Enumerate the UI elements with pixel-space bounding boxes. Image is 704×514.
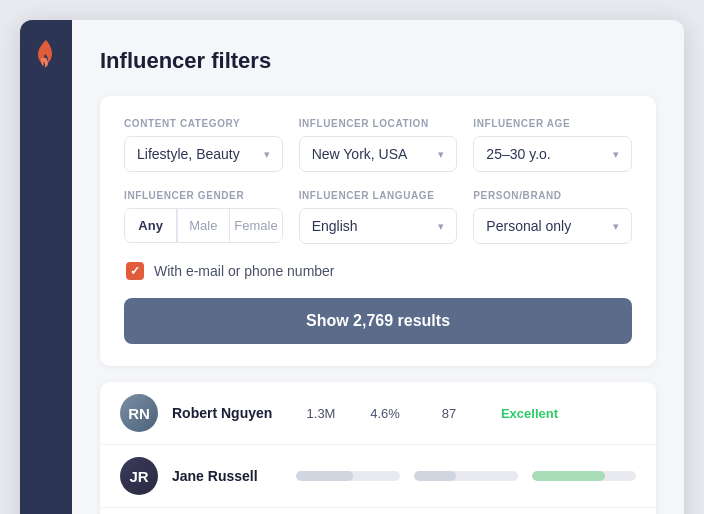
result-name: Jane Russell xyxy=(172,468,282,484)
result-bar-fill xyxy=(532,471,605,481)
result-bar-fill xyxy=(296,471,353,481)
person-brand-chevron-icon: ▾ xyxy=(613,220,619,233)
results-section: RN Robert Nguyen 1.3M 4.6% 87 Excellent … xyxy=(100,382,656,514)
content-category-value: Lifestyle, Beauty xyxy=(137,146,240,162)
language-label: INFLUENCER LANGUAGE xyxy=(299,190,458,201)
checkmark-icon: ✓ xyxy=(130,265,140,277)
filter-group-content-category: CONTENT CATEGORY Lifestyle, Beauty ▾ xyxy=(124,118,283,172)
checkbox-row: ✓ With e-mail or phone number xyxy=(124,262,632,280)
page-title: Influencer filters xyxy=(100,48,656,74)
result-engagement: 4.6% xyxy=(360,406,410,421)
result-badge: Excellent xyxy=(488,406,558,421)
filter-group-gender: INFLUENCER GENDER Any Male Female xyxy=(124,190,283,244)
age-chevron-icon: ▾ xyxy=(613,148,619,161)
result-score: 87 xyxy=(424,406,474,421)
checkbox-label: With e-mail or phone number xyxy=(154,263,335,279)
age-value: 25–30 y.o. xyxy=(486,146,550,162)
location-label: INFLUENCER LOCATION xyxy=(299,118,458,129)
sidebar xyxy=(20,20,72,514)
person-brand-value: Personal only xyxy=(486,218,571,234)
content-category-chevron-icon: ▾ xyxy=(264,148,270,161)
result-bar-score xyxy=(532,471,636,481)
gender-male-button[interactable]: Male xyxy=(178,209,229,242)
result-bar-engagement xyxy=(414,471,518,481)
result-name: Robert Nguyen xyxy=(172,405,282,421)
app-container: Influencer filters CONTENT CATEGORY Life… xyxy=(20,20,684,514)
person-brand-label: PERSON/BRAND xyxy=(473,190,632,201)
filter-group-language: INFLUENCER LANGUAGE English ▾ xyxy=(299,190,458,244)
result-followers: 1.3M xyxy=(296,406,346,421)
language-value: English xyxy=(312,218,358,234)
gender-label: INFLUENCER GENDER xyxy=(124,190,283,201)
filter-group-age: INFLUENCER AGE 25–30 y.o. ▾ xyxy=(473,118,632,172)
show-results-button[interactable]: Show 2,769 results xyxy=(124,298,632,344)
filter-group-location: INFLUENCER LOCATION New York, USA ▾ xyxy=(299,118,458,172)
filter-card: CONTENT CATEGORY Lifestyle, Beauty ▾ INF… xyxy=(100,96,656,366)
result-bar-followers xyxy=(296,471,400,481)
person-brand-select[interactable]: Personal only ▾ xyxy=(473,208,632,244)
location-value: New York, USA xyxy=(312,146,408,162)
filter-row-2: INFLUENCER GENDER Any Male Female INFLUE… xyxy=(124,190,632,244)
table-row: BP Brooklyn Pena xyxy=(100,508,656,514)
filter-group-person-brand: PERSON/BRAND Personal only ▾ xyxy=(473,190,632,244)
age-select[interactable]: 25–30 y.o. ▾ xyxy=(473,136,632,172)
filter-row-1: CONTENT CATEGORY Lifestyle, Beauty ▾ INF… xyxy=(124,118,632,172)
main-content: Influencer filters CONTENT CATEGORY Life… xyxy=(72,20,684,514)
content-category-select[interactable]: Lifestyle, Beauty ▾ xyxy=(124,136,283,172)
language-chevron-icon: ▾ xyxy=(438,220,444,233)
avatar: RN xyxy=(120,394,158,432)
age-label: INFLUENCER AGE xyxy=(473,118,632,129)
language-select[interactable]: English ▾ xyxy=(299,208,458,244)
email-phone-checkbox[interactable]: ✓ xyxy=(126,262,144,280)
avatar: JR xyxy=(120,457,158,495)
gender-toggle: Any Male Female xyxy=(124,208,283,243)
location-chevron-icon: ▾ xyxy=(438,148,444,161)
sidebar-logo xyxy=(32,38,60,66)
table-row: RN Robert Nguyen 1.3M 4.6% 87 Excellent xyxy=(100,382,656,445)
gender-female-button[interactable]: Female xyxy=(230,209,281,242)
gender-any-button[interactable]: Any xyxy=(125,209,176,242)
content-category-label: CONTENT CATEGORY xyxy=(124,118,283,129)
location-select[interactable]: New York, USA ▾ xyxy=(299,136,458,172)
result-bar-fill xyxy=(414,471,456,481)
table-row: JR Jane Russell xyxy=(100,445,656,508)
